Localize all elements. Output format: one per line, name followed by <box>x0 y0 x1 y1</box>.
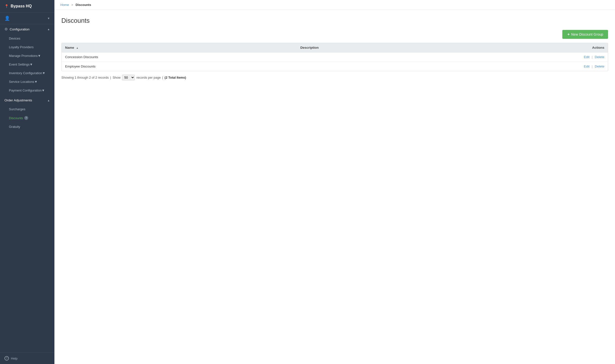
sidebar-item-manage-promotions-label: Manage Promotions <box>9 54 38 58</box>
pipe-separator: | <box>110 76 111 79</box>
sidebar-item-devices-label: Devices <box>9 37 20 40</box>
plus-icon: + <box>567 32 569 37</box>
toolbar: + New Discount Group <box>61 30 608 39</box>
event-settings-chevron-icon: ▼ <box>30 63 33 66</box>
sidebar-item-discounts[interactable]: Discounts ? <box>0 114 54 122</box>
order-adjustments-chevron-icon: ▲ <box>47 99 50 102</box>
table-row: Employee Discounts Edit | Delete <box>62 62 608 71</box>
breadcrumb-home-link[interactable]: Home <box>60 3 69 7</box>
configuration-chevron-icon: ▲ <box>47 28 50 31</box>
sidebar-item-surcharges-label: Surcharges <box>9 107 25 111</box>
sidebar-item-configuration-label: Configuration <box>10 27 29 31</box>
sidebar-item-gratuity-label: Gratuity <box>9 125 20 129</box>
pagination-info: Showing 1 through 2 of 2 records | Show … <box>61 75 608 80</box>
sidebar-item-loyalty-providers[interactable]: Loyalty Providers <box>0 43 54 51</box>
help-link[interactable]: ? Help <box>0 352 54 364</box>
col-description-label: Description <box>300 46 319 49</box>
pipe-separator2: | <box>162 76 163 79</box>
discounts-help-badge[interactable]: ? <box>24 116 28 120</box>
row1-edit-link[interactable]: Edit <box>584 55 590 59</box>
main-content: Home > Discounts Discounts + New Discoun… <box>54 0 615 364</box>
sidebar-item-service-locations[interactable]: Service Locations ▼ <box>0 77 54 86</box>
service-locations-chevron-icon: ▼ <box>34 80 38 84</box>
showing-text: Showing 1 through 2 of 2 records <box>61 76 109 79</box>
col-name[interactable]: Name ▲ <box>62 43 297 52</box>
inventory-config-chevron-icon: ▼ <box>42 71 45 75</box>
payment-config-chevron-icon: ▼ <box>42 89 45 92</box>
row1-separator: | <box>592 55 593 59</box>
sidebar-item-inventory-configuration-label: Inventory Configuration <box>9 71 42 75</box>
help-icon: ? <box>4 356 9 361</box>
col-actions: Actions <box>446 43 608 52</box>
sidebar-item-gratuity[interactable]: Gratuity <box>0 122 54 131</box>
page-content: Discounts + New Discount Group Name ▲ De… <box>54 10 615 364</box>
new-discount-group-label: New Discount Group <box>571 32 603 36</box>
sidebar-item-inventory-configuration[interactable]: Inventory Configuration ▼ <box>0 69 54 77</box>
sidebar-item-payment-configuration-label: Payment Configuration <box>9 89 42 92</box>
row2-name: Employee Discounts <box>62 62 297 71</box>
sidebar-item-loyalty-providers-label: Loyalty Providers <box>9 45 34 49</box>
col-actions-label: Actions <box>592 46 604 49</box>
row1-name: Concession Discounts <box>62 52 297 62</box>
sidebar-item-order-adjustments-label: Order Adjustments <box>4 98 32 102</box>
sidebar: 📍 Bypass HQ 👤 ▼ ⚙ Configuration ▲ Device… <box>0 0 54 364</box>
row2-actions: Edit | Delete <box>446 62 608 71</box>
user-menu[interactable]: 👤 ▼ <box>0 13 54 24</box>
app-logo: 📍 Bypass HQ <box>0 0 54 13</box>
row2-description <box>297 62 446 71</box>
sidebar-item-event-settings[interactable]: Event Settings ▼ <box>0 60 54 69</box>
sidebar-item-manage-promotions[interactable]: Manage Promotions ▼ <box>0 51 54 60</box>
breadcrumb-current: Discounts <box>76 3 91 7</box>
col-description: Description <box>297 43 446 52</box>
pin-icon: 📍 <box>4 4 9 8</box>
manage-promotions-chevron-icon: ▼ <box>38 54 41 58</box>
user-chevron-icon: ▼ <box>47 17 50 20</box>
sidebar-item-discounts-label: Discounts <box>9 116 23 120</box>
help-label: Help <box>11 357 18 360</box>
gear-icon: ⚙ <box>4 27 8 31</box>
sidebar-item-order-adjustments[interactable]: Order Adjustments ▲ <box>0 96 54 105</box>
row2-delete-link[interactable]: Delete <box>595 65 604 68</box>
per-page-select[interactable]: 10 25 50 100 <box>122 75 135 80</box>
breadcrumb-separator: > <box>71 3 73 7</box>
table-row: Concession Discounts Edit | Delete <box>62 52 608 62</box>
sidebar-item-payment-configuration[interactable]: Payment Configuration ▼ <box>0 86 54 95</box>
sidebar-item-service-locations-label: Service Locations <box>9 80 34 84</box>
row2-edit-link[interactable]: Edit <box>584 65 590 68</box>
topbar: Home > Discounts <box>54 0 615 10</box>
discounts-table: Name ▲ Description Actions Concession Di… <box>62 43 608 71</box>
app-name: Bypass HQ <box>11 4 32 8</box>
total-items: (2 Total Items) <box>165 76 186 79</box>
user-icon: 👤 <box>4 16 10 21</box>
breadcrumb: Home > Discounts <box>60 3 609 7</box>
discounts-table-wrapper: Name ▲ Description Actions Concession Di… <box>61 43 608 71</box>
new-discount-group-button[interactable]: + New Discount Group <box>562 30 608 39</box>
page-title: Discounts <box>61 17 608 24</box>
per-page-label: records per page <box>136 76 161 79</box>
row1-delete-link[interactable]: Delete <box>595 55 604 59</box>
show-label: Show <box>113 76 121 79</box>
row1-actions: Edit | Delete <box>446 52 608 62</box>
sidebar-item-surcharges[interactable]: Surcharges <box>0 105 54 114</box>
sidebar-item-event-settings-label: Event Settings <box>9 63 30 66</box>
sidebar-item-configuration[interactable]: ⚙ Configuration ▲ <box>0 24 54 34</box>
sort-asc-icon: ▲ <box>76 46 79 49</box>
row1-description <box>297 52 446 62</box>
sidebar-item-devices[interactable]: Devices <box>0 34 54 43</box>
col-name-label: Name <box>65 46 74 49</box>
row2-separator: | <box>592 65 593 68</box>
